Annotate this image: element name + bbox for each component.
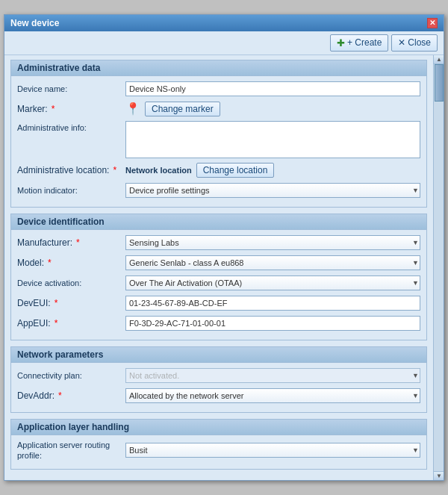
scrollbar-thumb[interactable]: [435, 64, 444, 102]
device-name-input[interactable]: [125, 81, 420, 96]
manufacturer-row: Manufacturer: * Sensing Labs ▼: [17, 234, 420, 251]
toolbar: ✚ + Create ✕ Close: [4, 31, 444, 55]
device-name-label: Device name:: [17, 84, 125, 93]
section-network: Network parameters Connectivity plan: No…: [10, 346, 427, 413]
section-administrative-header: Administrative data: [11, 60, 426, 76]
devaddr-select-wrapper: Allocated by the network server ▼: [125, 388, 420, 403]
motion-indicator-row: Motion indicator: Device profile setting…: [17, 182, 420, 199]
section-network-body: Connectivity plan: Not activated. ▼ DevA…: [11, 363, 426, 412]
section-administrative: Administrative data Device name: Marker:…: [10, 60, 427, 208]
devaddr-select[interactable]: Allocated by the network server: [125, 388, 420, 403]
routing-row: Application server routing profile: Busi…: [17, 440, 420, 461]
section-identification: Device identification Manufacturer: * Se…: [10, 214, 427, 340]
model-select[interactable]: Generic Senlab - class A eu868: [125, 255, 420, 270]
scrollbar-down-btn[interactable]: ▼: [434, 471, 444, 480]
deveui-row: DevEUI: *: [17, 295, 420, 311]
manufacturer-select[interactable]: Sensing Labs: [125, 235, 420, 250]
connectivity-select[interactable]: Not activated.: [125, 368, 420, 383]
scrollbar[interactable]: ▲ ▼: [433, 55, 444, 481]
connectivity-select-wrapper: Not activated. ▼: [125, 368, 420, 383]
device-activation-row: Device activation: Over The Air Activati…: [17, 275, 420, 291]
manufacturer-select-wrapper: Sensing Labs ▼: [125, 235, 420, 250]
device-activation-label: Device activation:: [17, 278, 125, 287]
model-row: Model: * Generic Senlab - class A eu868 …: [17, 255, 420, 271]
admin-location-label: Administrative location: *: [17, 165, 125, 175]
section-application-body: Application server routing profile: Busi…: [11, 435, 426, 470]
model-select-wrapper: Generic Senlab - class A eu868 ▼: [125, 255, 420, 270]
dialog-titlebar: New device ✕: [4, 15, 444, 31]
section-application: Application layer handling Application s…: [10, 419, 427, 470]
create-label: + Create: [347, 37, 382, 48]
section-network-header: Network parameters: [11, 347, 426, 363]
marker-row: Marker: * 📍 Change marker: [17, 101, 420, 117]
location-control: Network location Change location: [125, 163, 274, 178]
section-administrative-body: Device name: Marker: * 📍 Change marker: [11, 76, 426, 207]
section-identification-body: Manufacturer: * Sensing Labs ▼: [11, 230, 426, 340]
device-activation-select[interactable]: Over The Air Activation (OTAA): [125, 275, 420, 290]
dialog-title: New device: [10, 18, 59, 28]
admin-location-required: *: [113, 165, 116, 175]
create-icon: ✚: [337, 37, 345, 49]
device-name-row: Device name:: [17, 81, 420, 97]
devaddr-row: DevAddr: * Allocated by the network serv…: [17, 387, 420, 404]
admin-info-textarea[interactable]: [125, 121, 420, 158]
marker-control: 📍 Change marker: [125, 102, 220, 116]
connectivity-row: Connectivity plan: Not activated. ▼: [17, 367, 420, 384]
motion-indicator-select[interactable]: Device profile settings: [125, 183, 420, 198]
motion-indicator-select-wrapper: Device profile settings ▼: [125, 183, 420, 198]
network-location-text: Network location: [125, 166, 192, 175]
marker-icon: 📍: [125, 102, 140, 116]
scrollbar-track: [434, 64, 444, 472]
appeui-label: AppEUI: *: [17, 318, 125, 329]
create-button[interactable]: ✚ + Create: [330, 34, 388, 52]
marker-required: *: [52, 104, 55, 114]
device-activation-select-wrapper: Over The Air Activation (OTAA) ▼: [125, 275, 420, 290]
close-label: Close: [408, 37, 431, 48]
connectivity-label: Connectivity plan:: [17, 371, 125, 380]
appeui-input[interactable]: [125, 316, 420, 331]
close-icon: ✕: [398, 37, 405, 48]
routing-select-wrapper: Busit ▼: [125, 443, 420, 458]
section-identification-header: Device identification: [11, 214, 426, 230]
model-label: Model: *: [17, 258, 125, 268]
close-button[interactable]: ✕ Close: [391, 34, 438, 52]
section-application-header: Application layer handling: [11, 420, 426, 435]
dialog-body: Administrative data Device name: Marker:…: [4, 55, 433, 481]
deveui-input[interactable]: [125, 296, 420, 311]
motion-indicator-label: Motion indicator:: [17, 186, 125, 195]
admin-info-row: Administrative info:: [17, 121, 420, 158]
devaddr-label: DevAddr: *: [17, 390, 125, 401]
scrollbar-up-btn[interactable]: ▲: [434, 55, 444, 64]
titlebar-close-btn[interactable]: ✕: [427, 18, 438, 28]
change-marker-button[interactable]: Change marker: [145, 102, 220, 116]
admin-info-label: Administrative info:: [17, 121, 125, 132]
change-location-button[interactable]: Change location: [196, 163, 275, 178]
marker-label: Marker: *: [17, 104, 125, 114]
routing-label: Application server routing profile:: [17, 440, 125, 461]
appeui-row: AppEUI: *: [17, 315, 420, 331]
deveui-label: DevEUI: *: [17, 298, 125, 308]
routing-select[interactable]: Busit: [125, 443, 420, 458]
admin-location-row: Administrative location: * Network locat…: [17, 162, 420, 178]
manufacturer-label: Manufacturer: *: [17, 237, 125, 248]
